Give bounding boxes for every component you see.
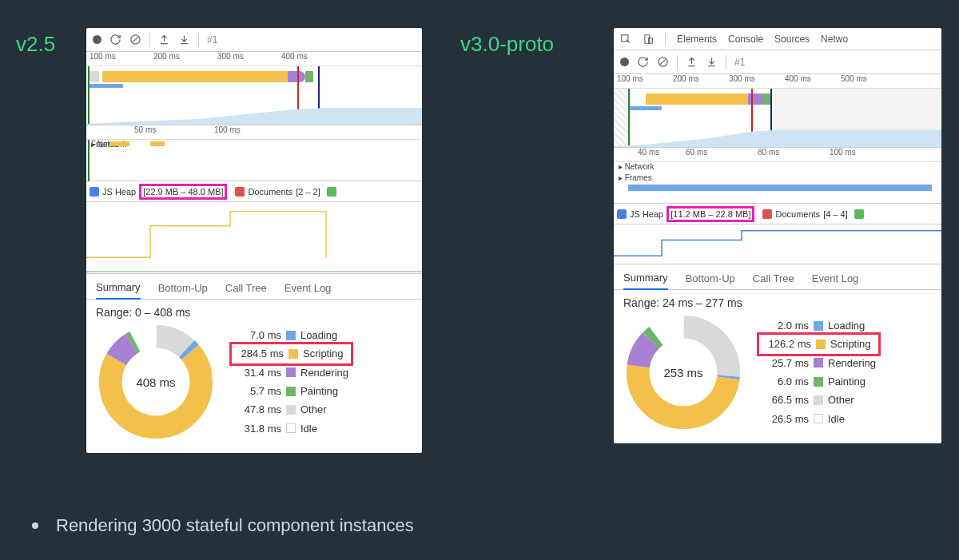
checkbox-icon[interactable] (327, 187, 336, 197)
memory-counters: JS Heap [22.9 MB – 48.0 MB] Documents[2 … (86, 181, 422, 202)
download-icon[interactable] (706, 56, 718, 68)
checkbox-icon[interactable] (235, 187, 245, 197)
checkbox-icon[interactable] (762, 209, 772, 219)
summary-legend: 2.0 msLoading 126.2 msScripting 25.7 msR… (759, 316, 876, 428)
clear-icon[interactable] (129, 34, 141, 46)
jsheap-label: JS Heap (630, 209, 663, 219)
tab-event-log[interactable]: Event Log (285, 282, 332, 299)
perf-toolbar: #1 (614, 50, 941, 74)
separator (726, 55, 726, 70)
other-swatch (814, 395, 823, 405)
device-icon[interactable] (643, 34, 654, 45)
summary-legend: 7.0 msLoading 284.5 msScripting 31.4 msR… (232, 326, 348, 438)
memory-counters: JS Heap [11.2 MB – 22.8 MB] Documents[4 … (614, 204, 941, 224)
donut-total: 408 ms (136, 375, 175, 389)
record-icon[interactable] (93, 35, 101, 44)
tab-bottom-up[interactable]: Bottom-Up (158, 282, 208, 299)
flame-bar (646, 93, 748, 105)
scripting-highlight: 284.5 msScripting (229, 342, 353, 365)
time-range: Range: 24 ms – 277 ms (614, 290, 941, 312)
timeline-overview[interactable]: 100 ms 200 ms 300 ms 400 ms (86, 52, 422, 125)
flame-bar (305, 71, 313, 82)
svg-line-13 (660, 59, 665, 64)
recording-label: #1 (207, 34, 217, 46)
timeline-overview[interactable]: 100 ms 200 ms 300 ms 400 ms 500 ms (614, 74, 941, 148)
tab-call-tree[interactable]: Call Tree (753, 272, 794, 289)
bar (110, 141, 129, 146)
perf-toolbar: #1 (86, 28, 422, 52)
scripting-highlight: 126.2 msScripting (757, 332, 881, 355)
docs-value: [2 – 2] (296, 187, 320, 197)
memory-chart[interactable] (86, 202, 422, 274)
rendering-swatch (814, 358, 823, 367)
flame-bar (90, 84, 123, 88)
clear-icon[interactable] (657, 56, 669, 68)
download-icon[interactable] (178, 34, 190, 46)
jsheap-label: JS Heap (102, 187, 136, 197)
docs-label: Documents (248, 187, 292, 197)
devtools-panel-right: Elements Console Sources Netwo #1 100 ms… (614, 28, 941, 443)
tab-sources[interactable]: Sources (774, 34, 810, 45)
scripting-swatch (288, 349, 298, 359)
flame-bar (90, 71, 99, 82)
checkbox-icon[interactable] (854, 209, 864, 219)
network-row-label: ▸ Network (619, 162, 654, 171)
time-ruler: 100 ms 200 ms 300 ms 400 ms (86, 52, 422, 66)
tab-summary[interactable]: Summary (96, 281, 141, 300)
devtools-tabs: Elements Console Sources Netwo (614, 28, 941, 50)
bar (628, 185, 932, 191)
flame-bar (762, 93, 770, 105)
memory-chart[interactable] (614, 224, 941, 264)
jsheap-highlight: [22.9 MB – 48.0 MB] (139, 184, 227, 200)
tab-summary[interactable]: Summary (623, 272, 668, 290)
other-swatch (286, 405, 296, 415)
tab-console[interactable]: Console (728, 34, 763, 45)
svg-line-1 (133, 37, 137, 42)
checkbox-icon[interactable] (617, 209, 627, 219)
loading-swatch (286, 331, 296, 340)
idle-swatch (286, 423, 296, 433)
docs-label: Documents (775, 209, 820, 219)
slide-caption: Rendering 3000 stateful component instan… (32, 515, 414, 536)
upload-icon[interactable] (686, 56, 698, 68)
recording-label: #1 (734, 57, 745, 68)
summary-donut: 253 ms (623, 312, 743, 432)
flamechart-mini[interactable]: 50 ms 100 ms ▸ Network Frames (86, 125, 422, 181)
marker-line (88, 140, 90, 181)
record-icon[interactable] (620, 58, 629, 66)
donut-total: 253 ms (663, 366, 702, 379)
rendering-swatch (286, 367, 296, 377)
checkbox-icon[interactable] (90, 187, 99, 197)
inspect-icon[interactable] (620, 34, 631, 45)
summary-donut: 408 ms (96, 322, 216, 442)
summary-tabs: Summary Bottom-Up Call Tree Event Log (86, 274, 422, 300)
version-label-left: v2.5 (16, 32, 55, 57)
flamechart-mini[interactable]: 40 ms 60 ms 80 ms 100 ms ▸ Network ▸ Fra… (614, 148, 941, 204)
summary-tabs: Summary Bottom-Up Call Tree Event Log (614, 264, 941, 290)
time-ruler: 100 ms 200 ms 300 ms 400 ms 500 ms (614, 74, 941, 89)
devtools-panel-left: #1 100 ms 200 ms 300 ms 400 ms 50 ms 100… (86, 28, 422, 453)
tab-call-tree[interactable]: Call Tree (225, 282, 267, 299)
upload-icon[interactable] (158, 34, 170, 46)
idle-swatch (814, 414, 823, 423)
scripting-swatch (816, 340, 826, 349)
frames-row-label: ▸ Frames (619, 173, 652, 182)
painting-swatch (286, 387, 296, 396)
painting-swatch (814, 377, 823, 387)
tab-elements[interactable]: Elements (677, 34, 717, 45)
tab-network[interactable]: Netwo (821, 34, 848, 45)
bullet-icon (32, 522, 38, 529)
flame-bar (288, 71, 305, 82)
separator (149, 33, 150, 47)
separator (677, 55, 678, 70)
tab-event-log[interactable]: Event Log (812, 272, 859, 289)
memory-area (614, 124, 941, 148)
tab-bottom-up[interactable]: Bottom-Up (686, 272, 735, 289)
flame-bar (630, 106, 662, 110)
reload-icon[interactable] (109, 34, 121, 46)
separator (198, 33, 199, 47)
docs-value: [4 – 4] (823, 209, 848, 219)
memory-area (86, 101, 422, 125)
flame-bar (102, 71, 288, 82)
reload-icon[interactable] (637, 56, 649, 68)
